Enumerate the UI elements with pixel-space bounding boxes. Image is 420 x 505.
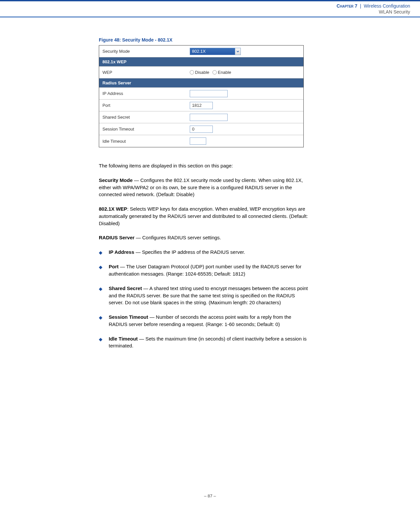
wep-disable-label: Disable	[195, 70, 209, 75]
port-label: Port	[99, 103, 172, 108]
chapter-separator: |	[360, 3, 361, 9]
security-mode-dropdown[interactable]: 802.1X	[190, 48, 241, 55]
radius-term: RADIUS Server	[99, 235, 134, 240]
chapter-number: Chapter 7	[337, 3, 357, 9]
chevron-down-icon	[235, 48, 241, 55]
radius-paragraph: RADIUS Server — Configures RADIUS server…	[99, 234, 308, 241]
wep-section-header: 802.1x WEP	[99, 57, 303, 67]
page-footer: – 87 –	[0, 493, 420, 498]
radius-section-header: Radius Server	[99, 78, 303, 88]
chapter-title: Wireless Configuration	[364, 3, 410, 9]
bullet-list: ◆ IP Address — Specifies the IP address …	[99, 249, 308, 349]
page-number: – 87 –	[204, 493, 216, 498]
wep-paragraph: 802.1X WEP: Selects WEP keys for data en…	[99, 205, 308, 227]
session-timeout-label: Session Timeout	[99, 127, 172, 132]
security-mode-term: Security Mode	[99, 177, 133, 183]
ip-address-input[interactable]	[190, 90, 228, 97]
diamond-bullet-icon: ◆	[99, 249, 109, 256]
security-mode-value: 802.1X	[192, 49, 206, 54]
security-mode-paragraph: Security Mode — Configures the 802.1X se…	[99, 177, 308, 198]
wep-disable-radio[interactable]	[190, 70, 194, 74]
idle-timeout-input[interactable]	[190, 137, 206, 145]
wep-desc: Selects WEP keys for data encryption. Wh…	[99, 206, 308, 226]
list-item: ◆ Idle Timeout — Sets the maximum time (…	[99, 335, 308, 350]
port-value: 1812	[192, 103, 202, 108]
list-item: ◆ IP Address — Specifies the IP address …	[99, 249, 308, 256]
ip-address-label: IP Address	[99, 91, 172, 96]
diamond-bullet-icon: ◆	[99, 335, 109, 350]
wep-enable-radio[interactable]	[212, 70, 217, 74]
security-mode-label: Security Mode	[99, 49, 172, 54]
diamond-bullet-icon: ◆	[99, 285, 109, 306]
list-item: ◆ Shared Secret — A shared text string u…	[99, 285, 308, 306]
chapter-line: Chapter 7 | Wireless Configuration	[0, 3, 410, 9]
radius-desc: Configures RADIUS server settings.	[142, 235, 221, 240]
diamond-bullet-icon: ◆	[99, 313, 109, 328]
shared-secret-label: Shared Secret	[99, 115, 172, 120]
body-text: The following items are displayed in thi…	[99, 162, 308, 349]
wep-label: WEP	[99, 70, 172, 75]
shared-secret-input[interactable]	[190, 114, 228, 121]
screenshot-panel: Security Mode 802.1X 802.1x WEP WEP Disa…	[99, 45, 304, 147]
wep-enable-label: Enable	[218, 70, 231, 75]
session-timeout-value: 0	[192, 127, 194, 132]
section-subtitle: WLAN Security	[0, 9, 410, 15]
list-item: ◆ Session Timeout — Number of seconds th…	[99, 313, 308, 328]
port-input[interactable]: 1812	[190, 102, 213, 109]
session-timeout-input[interactable]: 0	[190, 126, 213, 133]
wep-term: 802.1X WEP	[99, 206, 127, 212]
idle-timeout-label: Idle Timeout	[99, 139, 172, 144]
figure-caption: Figure 48: Security Mode - 802.1X	[99, 37, 306, 43]
diamond-bullet-icon: ◆	[99, 263, 109, 278]
intro-text: The following items are displayed in thi…	[99, 162, 308, 169]
page-header: Chapter 7 | Wireless Configuration WLAN …	[0, 1, 420, 17]
list-item: ◆ Port — The User Datagram Protocol (UDP…	[99, 263, 308, 278]
